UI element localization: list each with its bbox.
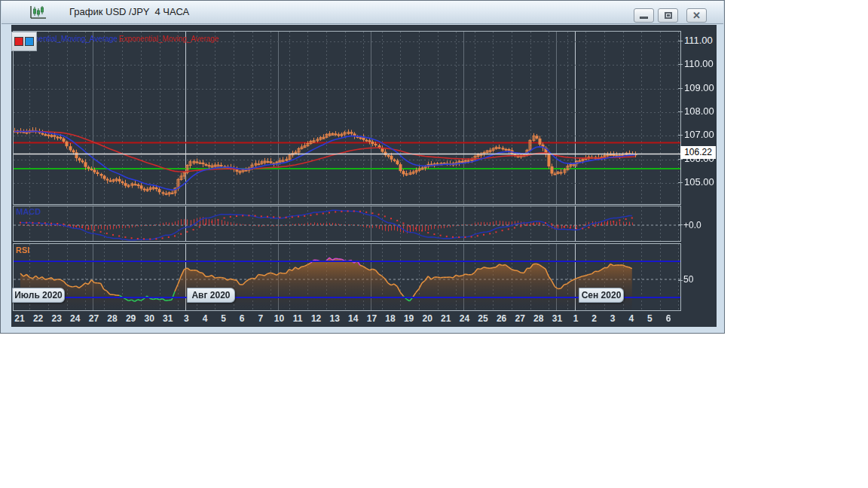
date-label: 27 [515, 313, 525, 324]
month-badge: Авг 2020 [187, 288, 235, 303]
date-label: 23 [52, 313, 62, 324]
date-label: 24 [70, 313, 80, 324]
legend-red-series-button[interactable] [14, 37, 23, 46]
indicator-axis-tick [678, 280, 683, 281]
month-badge: Июль 2020 [12, 288, 65, 303]
current-price-badge: 106.22 [680, 146, 716, 159]
date-label: 25 [478, 313, 487, 324]
date-label: 4 [203, 313, 208, 324]
date-label: 18 [385, 313, 395, 324]
price-axis-tick [678, 182, 683, 183]
date-label: 21 [14, 313, 24, 324]
date-label: 29 [126, 313, 136, 324]
price-axis-label: 105.00 [684, 176, 714, 188]
date-label: 31 [163, 313, 173, 324]
indicator-axis-tick [678, 224, 683, 225]
price-axis-tick [678, 41, 683, 41]
date-label: 6 [240, 313, 245, 324]
price-axis-label: 111.00 [684, 35, 713, 46]
date-label: 30 [145, 313, 154, 324]
title-bar[interactable]: График USD /JPY 4 ЧАСА ✕ [2, 1, 723, 24]
close-icon: ✕ [687, 9, 706, 22]
date-label: 17 [367, 313, 377, 324]
month-badge: Сен 2020 [579, 288, 624, 303]
minimize-icon [640, 17, 648, 19]
window-title: График USD /JPY 4 ЧАСА [69, 1, 189, 23]
macd-zero-label: +0.0 [683, 220, 701, 230]
desktop: { "window": { "title": "График USD /JPY … [0, 0, 868, 488]
date-label: 26 [497, 313, 506, 324]
date-label: 31 [552, 313, 562, 324]
price-axis-tick [678, 159, 683, 160]
date-label: 7 [258, 313, 263, 324]
legend-blue-series-button[interactable] [25, 37, 34, 46]
rsi-mid-label: 50 [683, 274, 693, 285]
price-axis-label: 107.00 [684, 129, 714, 140]
date-label: 3 [610, 313, 616, 324]
date-label: 6 [666, 313, 671, 324]
date-label: 20 [423, 313, 432, 324]
price-axis-tick [678, 111, 683, 112]
close-button[interactable]: ✕ [686, 8, 707, 23]
date-label: 2 [591, 313, 597, 324]
date-label: 27 [89, 313, 99, 324]
date-label: 14 [348, 313, 358, 324]
price-axis-label: 108.00 [684, 105, 714, 117]
date-label: 24 [460, 313, 469, 324]
maximize-button[interactable] [658, 8, 678, 23]
minimize-button[interactable] [634, 8, 654, 23]
price-axis-tick [678, 88, 683, 89]
date-label: 5 [221, 313, 226, 324]
date-label: 3 [184, 313, 189, 324]
price-chart-canvas[interactable] [13, 31, 681, 205]
date-label: 10 [274, 313, 284, 324]
legend-button-box [11, 32, 37, 51]
date-label: 5 [647, 313, 653, 324]
price-axis-tick [678, 135, 683, 136]
date-label: 11 [293, 313, 303, 324]
rsi-panel-label: RSI [16, 246, 29, 255]
price-axis-label: 110.00 [684, 58, 714, 69]
date-axis[interactable]: 2122232427282930313456710111213141718192… [13, 310, 680, 328]
date-label: 4 [628, 313, 634, 324]
date-label: 28 [107, 313, 117, 324]
date-label: 21 [441, 313, 451, 324]
date-label: 1 [573, 313, 579, 324]
legend-ema-slow-label: Exponential_Moving_Average [119, 35, 219, 43]
chart-window: График USD /JPY 4 ЧАСА ✕ Exponential_Mov… [0, 0, 725, 334]
candlestick-chart-icon [30, 5, 47, 19]
date-label: 28 [533, 313, 543, 324]
date-label: 13 [330, 313, 340, 324]
date-label: 22 [33, 313, 43, 324]
price-axis-label: 109.00 [684, 82, 714, 93]
price-axis-tick [678, 64, 683, 65]
maximize-icon [665, 12, 672, 19]
date-label: 12 [311, 313, 321, 324]
macd-panel-label: MACD [16, 207, 41, 216]
macd-indicator-canvas[interactable] [13, 206, 681, 242]
date-label: 19 [404, 313, 414, 324]
